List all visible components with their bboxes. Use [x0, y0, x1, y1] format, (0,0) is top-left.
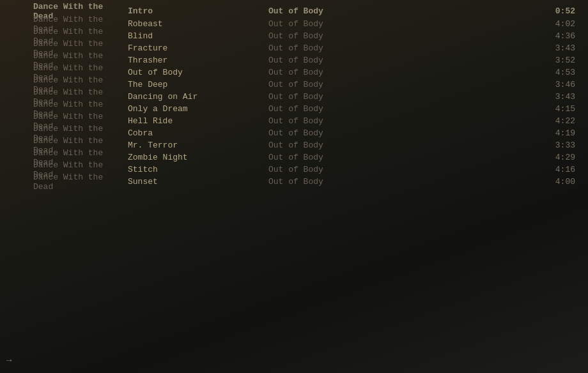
track-title: Zombie Night [128, 153, 268, 162]
track-duration: 3:52 [537, 56, 588, 65]
track-duration: 3:33 [537, 141, 588, 150]
track-duration: 3:43 [537, 43, 588, 53]
track-album: Out of Body [268, 141, 537, 150]
track-title: Blind [128, 31, 268, 41]
track-album: Out of Body [268, 153, 537, 162]
track-duration: 3:46 [537, 80, 588, 89]
track-album: Out of Body [268, 92, 537, 102]
arrow-indicator: → [6, 355, 12, 365]
track-title: Thrasher [128, 56, 268, 65]
track-title: Out of Body [128, 68, 268, 77]
track-album: Out of Body [268, 80, 537, 89]
track-duration: 4:15 [537, 104, 588, 114]
track-duration: 4:00 [537, 177, 588, 187]
track-title: Mr. Terror [128, 141, 268, 150]
track-album: Out of Body [268, 128, 537, 138]
track-duration: 4:36 [537, 31, 588, 41]
track-album: Out of Body [268, 165, 537, 174]
track-artist: Dance With the Dead [0, 172, 128, 192]
track-duration: 4:19 [537, 128, 588, 138]
track-title: Stitch [128, 165, 268, 174]
track-title: Sunset [128, 177, 268, 187]
track-album: Out of Body [268, 68, 537, 77]
track-duration: 4:02 [537, 19, 588, 29]
track-title: Cobra [128, 128, 268, 138]
header-title: Intro [128, 6, 268, 16]
track-album: Out of Body [268, 19, 537, 29]
table-row[interactable]: Dance With the DeadSunsetOut of Body4:00 [0, 176, 588, 188]
track-duration: 4:53 [537, 68, 588, 77]
track-album: Out of Body [268, 177, 537, 187]
track-duration: 4:29 [537, 153, 588, 162]
track-album: Out of Body [268, 31, 537, 41]
track-title: Robeast [128, 19, 268, 29]
track-list: Dance With the Dead Intro Out of Body 0:… [0, 0, 588, 193]
track-title: Fracture [128, 43, 268, 53]
track-duration: 3:43 [537, 92, 588, 102]
track-title: Dancing on Air [128, 92, 268, 102]
track-album: Out of Body [268, 43, 537, 53]
header-duration: 0:52 [537, 6, 588, 16]
track-duration: 4:16 [537, 165, 588, 174]
header-album: Out of Body [268, 6, 537, 16]
track-album: Out of Body [268, 56, 537, 65]
track-title: Hell Ride [128, 116, 268, 126]
track-duration: 4:22 [537, 116, 588, 126]
track-title: Only a Dream [128, 104, 268, 114]
track-album: Out of Body [268, 116, 537, 126]
track-title: The Deep [128, 80, 268, 89]
track-album: Out of Body [268, 104, 537, 114]
